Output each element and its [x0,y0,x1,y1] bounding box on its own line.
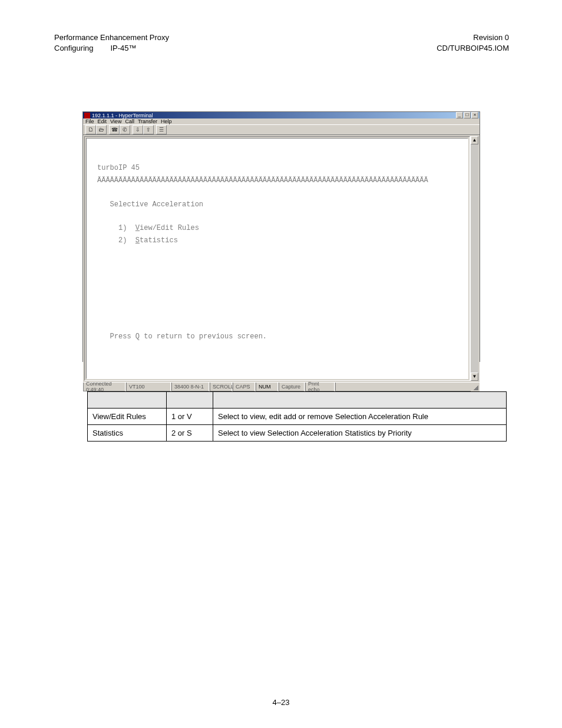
new-doc-icon[interactable]: 🗋 [85,125,96,134]
receive-icon[interactable]: ⇧ [143,125,154,134]
menu-file[interactable]: File [85,118,94,124]
table-header-2 [167,392,213,409]
properties-icon[interactable]: ☰ [156,125,167,134]
minimize-button[interactable]: _ [456,112,463,118]
status-settings: 38400 8-N-1 [171,383,209,391]
table-header-3 [213,392,507,409]
status-num: NUM [256,383,278,391]
window-buttons: _ □ × [456,112,478,118]
options-table: View/Edit Rules 1 or V Select to view, e… [87,391,507,442]
term-heading: Selective Acceleration [110,200,203,209]
statusbar: Connected 0:49:40 VT100 38400 8-N-1 SCRO… [83,382,480,391]
terminal-content: turboIP 45 ÄÄÄÄÄÄÄÄÄÄÄÄÄÄÄÄÄÄÄÄÄÄÄÄÄÄÄÄÄ… [97,162,457,342]
term-title: turboIP 45 [97,164,140,172]
table-header-1 [88,392,167,409]
term-opt2-num: 2) [118,236,127,245]
header-product: IP-45™ [110,44,136,52]
menubar: File Edit View Call Transfer Help [83,118,480,124]
cell-name: Statistics [88,425,167,442]
menu-transfer[interactable]: Transfer [138,118,157,124]
menu-edit[interactable]: Edit [98,118,107,124]
term-opt1-label: iew/Edit Rules [140,224,199,232]
table-row: Statistics 2 or S Select to view Selecti… [88,425,507,442]
term-divider: ÄÄÄÄÄÄÄÄÄÄÄÄÄÄÄÄÄÄÄÄÄÄÄÄÄÄÄÄÄÄÄÄÄÄÄÄÄÄÄÄ… [97,176,428,185]
status-flex [335,383,471,391]
table-header-row [88,392,507,409]
header-right: Revision 0 CD/TURBOIP45.IOM [437,32,509,53]
cell-key: 2 or S [167,425,213,442]
scroll-track[interactable] [471,144,478,373]
scroll-up-icon[interactable]: ▲ [471,136,478,144]
terminal[interactable]: turboIP 45 ÄÄÄÄÄÄÄÄÄÄÄÄÄÄÄÄÄÄÄÄÄÄÄÄÄÄÄÄÄ… [86,138,468,379]
menu-call[interactable]: Call [125,118,134,124]
titlebar-title: 192.1.1.1 - HyperTerminal [84,113,153,118]
terminal-body: turboIP 45 ÄÄÄÄÄÄÄÄÄÄÄÄÄÄÄÄÄÄÄÄÄÄÄÄÄÄÄÄÄ… [83,135,480,382]
status-emulation: VT100 [126,383,171,391]
term-opt2-label: tatistics [140,236,178,245]
cell-desc: Select to view Selection Acceleration St… [213,425,507,442]
header-title: Performance Enhancement Proxy [54,32,169,43]
menu-view[interactable]: View [110,118,121,124]
scroll-down-icon[interactable]: ▼ [471,373,478,381]
cell-desc: Select to view, edit add or remove Selec… [213,409,507,425]
page-number: 4–23 [0,698,562,707]
cell-name: View/Edit Rules [88,409,167,425]
phone-icon[interactable]: ☎ [109,125,120,134]
status-scroll: SCROLL [210,383,232,391]
hyperterminal-window: 192.1.1.1 - HyperTerminal _ □ × File Edi… [82,111,480,362]
toolbar: 🗋 🗁 ☎ ✆ ⇩ ⇧ ☰ [83,124,480,135]
header-docid: CD/TURBOIP45.IOM [437,43,509,54]
header-revision: Revision 0 [437,32,509,43]
menu-help[interactable]: Help [161,118,172,124]
status-connected: Connected 0:49:40 [83,383,125,391]
term-opt1-num: 1) [118,224,127,232]
scrollbar[interactable]: ▲ ▼ [470,136,478,381]
window-title: 192.1.1.1 - HyperTerminal [92,113,153,118]
open-icon[interactable]: 🗁 [96,125,107,134]
status-capture: Capture [279,383,305,391]
header-subline: Configuring IP-45™ [54,43,169,54]
terminal-wrap: turboIP 45 ÄÄÄÄÄÄÄÄÄÄÄÄÄÄÄÄÄÄÄÄÄÄÄÄÄÄÄÄÄ… [84,136,470,381]
close-button[interactable]: × [471,112,478,118]
send-icon[interactable]: ⇩ [133,125,143,134]
status-caps: CAPS [233,383,255,391]
resize-grip-icon[interactable] [471,383,480,391]
app-icon [84,113,90,118]
status-printecho: Print echo [305,383,335,391]
term-footer: Press Q to return to previous screen. [110,332,267,341]
document-header: Performance Enhancement Proxy Configurin… [0,0,562,53]
hangup-icon[interactable]: ✆ [120,125,130,134]
header-left: Performance Enhancement Proxy Configurin… [54,32,169,53]
maximize-button[interactable]: □ [464,112,471,118]
header-configuring: Configuring [54,44,94,52]
cell-key: 1 or V [167,409,213,425]
titlebar[interactable]: 192.1.1.1 - HyperTerminal _ □ × [83,112,480,118]
table-row: View/Edit Rules 1 or V Select to view, e… [88,409,507,425]
